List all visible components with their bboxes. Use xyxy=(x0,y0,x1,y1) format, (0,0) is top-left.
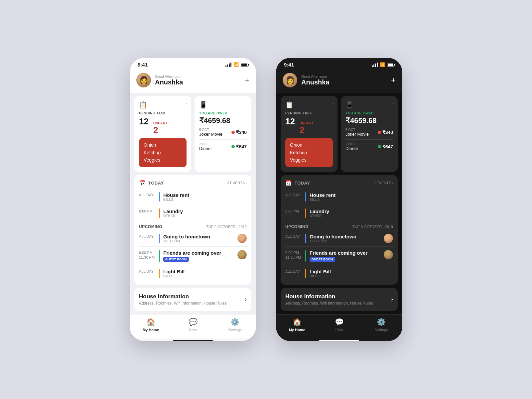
red-items-light: Onion Ketchup Veggies xyxy=(139,138,187,167)
cards-row-dark: › 📋 PENDING TASK 12 URGENT 2 Onion Ketch… xyxy=(281,96,398,172)
trans-2-light: 2 OCT Dinner ₹647 xyxy=(199,139,247,154)
nav-home-dark[interactable]: 🏠 My Home xyxy=(276,318,318,332)
trans-1-dark: 5 OCT Joker Movie ₹340 xyxy=(345,125,393,139)
calendar-icon-light: 📅 xyxy=(139,180,146,186)
urgent-label-light: URGENT xyxy=(153,121,167,125)
event-bill-dark: ALL DAY Light Bill BILLS xyxy=(285,267,393,280)
nav-settings-light[interactable]: ⚙️ Settings xyxy=(214,318,256,332)
owed-icon-light: 📱 xyxy=(199,101,247,109)
nav-indicator-light xyxy=(173,340,213,341)
nav-chat-dark[interactable]: 💬 Chat xyxy=(318,318,360,332)
trans-2-dark: 2 OCT Dinner ₹647 xyxy=(345,139,393,154)
status-bar-dark: 9:41 📶 xyxy=(276,58,402,70)
bottom-nav-light: 🏠 My Home 💬 Chat ⚙️ Settings xyxy=(130,314,256,338)
today-section-dark: 📅 TODAY 3 EVENTS › ALL DAY House rent BI… xyxy=(281,175,398,285)
event-house-rent-dark: ALL DAY House rent BILLS xyxy=(285,190,393,203)
event-laundry-dark: 6:00 PM Laundry OTHER xyxy=(285,206,393,220)
home-icon-light: 🏠 xyxy=(146,318,155,327)
event-laundry-light: 6:00 PM Laundry OTHER xyxy=(139,206,247,220)
dot-green-2-dark xyxy=(378,145,381,148)
avatar-light: 👩 xyxy=(136,73,151,87)
urgent-count-dark: 2 xyxy=(300,125,314,135)
upcoming-header-light: UPCOMING TUE 9 OCTOBER , 2019 xyxy=(139,224,247,229)
house-info-dark[interactable]: House Information Address, Roomies, Wifi… xyxy=(281,288,398,311)
cards-row-light: › 📋 PENDING TASK 12 URGENT 2 Onion Ketch… xyxy=(134,96,251,172)
wifi-icon: 📶 xyxy=(233,62,239,67)
owed-chevron-light: › xyxy=(246,101,247,106)
today-section-light: 📅 TODAY 3 EVENTS › ALL DAY House rent BI… xyxy=(134,175,251,285)
house-chevron-light: › xyxy=(245,296,247,302)
time-light: 9:41 xyxy=(138,62,148,67)
add-button-dark[interactable]: + xyxy=(391,75,396,85)
urgent-section-dark: URGENT 2 xyxy=(300,121,314,135)
nav-chat-light[interactable]: 💬 Chat xyxy=(172,318,214,332)
header-text-dark: Good Afternoon Anushka xyxy=(301,74,387,86)
house-info-light[interactable]: House Information Address, Roomies, Wifi… xyxy=(134,288,251,311)
pending-count-light: 12 xyxy=(139,116,149,127)
task-icon-dark: 📋 xyxy=(285,101,333,109)
pending-card-light[interactable]: › 📋 PENDING TASK 12 URGENT 2 Onion Ketch… xyxy=(134,96,191,172)
username-dark: Anushka xyxy=(301,78,387,86)
item-3-light: Veggies xyxy=(144,156,182,164)
task-icon-light: 📋 xyxy=(139,101,187,109)
pending-card-dark[interactable]: › 📋 PENDING TASK 12 URGENT 2 Onion Ketch… xyxy=(281,96,337,172)
battery-icon-dark xyxy=(387,63,394,66)
event-hometown-dark: ALL DAY Going to hometown Till 12 Oct xyxy=(285,232,393,245)
event-bill-light: ALL DAY Light Bill BILLS xyxy=(139,267,247,280)
today-header-light: 📅 TODAY 3 EVENTS › xyxy=(139,180,247,186)
nav-indicator-dark xyxy=(319,340,359,341)
header-dark: 👩 Good Afternoon Anushka + xyxy=(276,70,402,93)
calendar-icon-dark: 📅 xyxy=(285,180,292,186)
pending-count-dark: 12 xyxy=(285,116,295,127)
pending-label-light: PENDING TASK xyxy=(139,111,187,115)
owed-amount-light: ₹4659.68 xyxy=(199,116,247,125)
greeting-dark: Good Afternoon xyxy=(301,74,387,78)
avatar-friends-light xyxy=(237,250,247,259)
time-dark: 9:41 xyxy=(284,62,294,67)
item-1-light: Onion xyxy=(144,141,182,149)
dot-green-2-light xyxy=(231,145,235,148)
item-1-dark: Onion xyxy=(290,141,328,149)
urgent-count-light: 2 xyxy=(153,125,167,135)
nav-settings-dark[interactable]: ⚙️ Settings xyxy=(360,318,402,332)
dot-red-1-dark xyxy=(378,131,381,134)
status-bar-light: 9:41 📶 xyxy=(130,58,256,70)
house-chevron-dark: › xyxy=(391,296,393,302)
pending-chevron-dark: › xyxy=(332,101,333,106)
owed-label-dark: YOU ARE OWED xyxy=(345,111,393,115)
signal-icon-dark xyxy=(372,63,378,67)
chat-icon-dark: 💬 xyxy=(335,318,344,327)
add-button-light[interactable]: + xyxy=(245,75,249,85)
today-header-dark: 📅 TODAY 3 EVENTS › xyxy=(285,180,393,186)
home-icon-dark: 🏠 xyxy=(293,318,302,327)
wifi-icon-dark: 📶 xyxy=(380,62,385,67)
events-link-dark[interactable]: 3 EVENTS › xyxy=(373,181,393,185)
events-link-light[interactable]: 3 EVENTS › xyxy=(227,181,247,185)
avatar-dark: 👩 xyxy=(283,73,297,87)
item-2-dark: Ketchup xyxy=(290,149,328,156)
pending-numbers-light: 12 URGENT 2 xyxy=(139,116,187,135)
greeting-light: Good Afternoon xyxy=(155,74,241,78)
owed-card-light[interactable]: › 📱 YOU ARE OWED ₹4659.68 5 OCT Joker Mo… xyxy=(195,96,251,172)
event-hometown-light: ALL DAY Going to hometown Till 12 Oct xyxy=(139,232,247,245)
signal-icon xyxy=(225,63,231,67)
avatar-hometown-light xyxy=(237,234,247,243)
owed-card-dark[interactable]: › 📱 YOU ARE OWED ₹4659.68 5 OCT Joker Mo… xyxy=(341,96,398,172)
chat-icon-light: 💬 xyxy=(189,318,198,327)
owed-amount-dark: ₹4659.68 xyxy=(345,116,393,125)
today-label-light: TODAY xyxy=(148,181,164,186)
avatar-hometown-dark xyxy=(384,234,393,243)
content-light: › 📋 PENDING TASK 12 URGENT 2 Onion Ketch… xyxy=(130,93,256,314)
owed-label-light: YOU ARE OWED xyxy=(199,111,247,115)
nav-home-light[interactable]: 🏠 My Home xyxy=(130,318,172,332)
header-light: 👩 Good Afternoon Anushka + xyxy=(130,70,256,93)
avatar-friends-dark xyxy=(384,250,393,259)
battery-icon xyxy=(241,63,248,66)
pending-numbers-dark: 12 URGENT 2 xyxy=(285,116,333,135)
header-text-light: Good Afternoon Anushka xyxy=(155,74,241,86)
status-icons-light: 📶 xyxy=(225,62,248,67)
phone-light: 9:41 📶 👩 Good Afternoon Anushka + xyxy=(130,58,256,341)
event-friends-light: 9:00 PM 11:30 PM Friends are coming over… xyxy=(139,248,247,264)
pending-label-dark: PENDING TASK xyxy=(285,111,333,115)
event-friends-dark: 9:00 PM 11:30 PM Friends are coming over… xyxy=(285,248,393,264)
